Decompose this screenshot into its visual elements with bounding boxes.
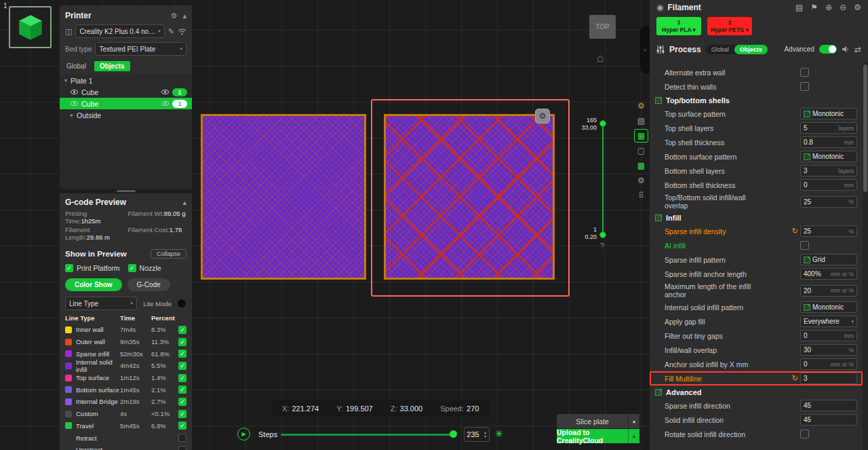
line-type-row[interactable]: Retract (65, 432, 186, 444)
line-type-row[interactable]: Top surface1m12s1.4%✓ (65, 372, 186, 384)
line-type-row[interactable]: Internal Bridge2m19s2.7%✓ (65, 396, 186, 408)
line-visibility-checkbox[interactable] (178, 434, 186, 442)
steps-slider[interactable] (281, 434, 453, 436)
setting-select[interactable]: Everywhere▾ (800, 316, 857, 327)
setting-input[interactable]: 3layers (800, 165, 857, 176)
wifi-icon[interactable] (178, 28, 186, 35)
spinner-arrows-icon[interactable]: ▴▾ (481, 430, 489, 438)
upload-button[interactable]: Upload to CrealityCloud (557, 429, 628, 443)
model-view-icon[interactable]: ▢ (634, 144, 648, 157)
checkbox-checked-icon[interactable]: ✓ (65, 264, 73, 272)
extruder-badge[interactable]: 1 (172, 100, 187, 108)
filament-chip[interactable]: 1Hyper PLA ▾ (656, 17, 701, 35)
model-cube-left[interactable] (201, 114, 366, 280)
visibility-icon[interactable] (71, 90, 78, 94)
grid-view-icon[interactable]: ▩ (634, 159, 648, 172)
panel-splitter[interactable] (60, 189, 192, 193)
setting-input[interactable]: 0mm or % (800, 358, 857, 370)
chevron-down-icon[interactable]: ▾ (64, 77, 67, 83)
preview-toggle[interactable]: ✓Print Platform (65, 264, 120, 272)
object-row[interactable]: Cube1 (60, 98, 192, 109)
setting-checkbox[interactable] (800, 82, 809, 91)
object-row[interactable]: Cube1 (60, 86, 192, 98)
settings-scrollbar[interactable] (863, 62, 868, 450)
layers-list-icon[interactable]: ▤ (634, 114, 648, 128)
steps-value[interactable]: 235 (465, 430, 481, 438)
tab-global[interactable]: Global (66, 62, 86, 70)
slice-plate-button[interactable]: Slice plate (557, 414, 628, 428)
line-visibility-checkbox[interactable]: ✓ (178, 326, 186, 334)
line-type-row[interactable]: Custom4s<0.1%✓ (65, 408, 186, 420)
line-type-row[interactable]: Outer wall9m35s11.3%✓ (65, 336, 186, 348)
visibility-icon[interactable] (161, 90, 169, 94)
slider-help-icon[interactable]: ? (600, 242, 604, 250)
setting-input[interactable]: 45 (800, 414, 857, 426)
setting-input[interactable]: 3 (800, 373, 857, 384)
home-view-icon[interactable]: ⌂ (597, 52, 604, 65)
layer-slider-track[interactable] (602, 124, 604, 235)
checkbox-checked-icon[interactable]: ✓ (128, 264, 136, 272)
layer-slider-bottom-handle[interactable] (599, 231, 606, 238)
setting-input[interactable]: 5layers (800, 122, 857, 134)
object-settings-gizmo-icon[interactable]: ⚙ (535, 109, 550, 124)
setting-input[interactable]: 30% (800, 344, 857, 356)
steps-slider-handle[interactable] (450, 430, 457, 438)
bed-type-select[interactable]: Textured PEI Plate▾ (95, 42, 186, 56)
extruder-badge[interactable]: 1 (172, 88, 187, 96)
line-visibility-checkbox[interactable]: ✓ (178, 374, 186, 382)
line-type-row[interactable]: Internal solid infill4m42s5.5%✓ (65, 360, 186, 372)
line-visibility-checkbox[interactable]: ✓ (178, 410, 186, 418)
setting-input[interactable]: 25% (800, 196, 857, 208)
line-visibility-checkbox[interactable]: ✓ (178, 398, 186, 406)
ams-icon[interactable]: ▤ (795, 3, 803, 12)
mute-icon[interactable] (842, 45, 850, 53)
line-type-select[interactable]: Line Type▾ (65, 297, 137, 310)
collapse-panel-icon[interactable]: ▴ (182, 198, 186, 207)
pattern-select[interactable]: Grid (800, 254, 857, 265)
setting-checkbox[interactable] (800, 68, 809, 77)
scrollbar-thumb[interactable] (863, 64, 867, 192)
process-tab-objects[interactable]: Objects (734, 45, 768, 54)
filament-flag-icon[interactable]: ⚑ (810, 3, 818, 12)
line-visibility-checkbox[interactable]: ✓ (178, 338, 186, 346)
setting-input[interactable]: 45 (800, 400, 857, 411)
filament-chip[interactable]: 2Hyper PETG ▾ (707, 17, 752, 35)
view-cube[interactable]: TOP (589, 15, 616, 39)
printer-settings-gear-icon[interactable]: ⚙ (171, 12, 178, 20)
line-type-row[interactable]: Bottom surface1m45s2.1%✓ (65, 383, 186, 396)
collapse-button[interactable]: Collapse (151, 249, 186, 259)
plate-thumbnail[interactable] (9, 6, 52, 48)
compare-settings-icon[interactable]: ⇄ (854, 45, 861, 54)
more-apps-icon[interactable]: ⠿ (634, 189, 648, 202)
gcode-button[interactable]: G-Code (127, 278, 170, 291)
setting-input[interactable]: 0mm (800, 179, 857, 191)
setting-input[interactable]: 25% (800, 225, 857, 237)
panel-collapse-handle[interactable]: › (640, 26, 650, 73)
setting-input[interactable]: 0.8mm (800, 136, 857, 148)
color-scheme-icon[interactable]: ▦ (634, 129, 648, 143)
setting-checkbox[interactable] (800, 430, 809, 438)
adaptive-layer-icon[interactable]: ⚙ (634, 99, 648, 113)
line-visibility-checkbox[interactable]: ✓ (178, 362, 186, 370)
pattern-select[interactable]: Monotonic (800, 108, 857, 119)
preview-toggle[interactable]: ✓Nozzle (128, 264, 161, 272)
advanced-toggle[interactable] (819, 45, 837, 54)
reset-to-default-icon[interactable]: ↻ (792, 374, 798, 383)
filament-settings-icon[interactable]: ⚙ (854, 3, 861, 12)
line-type-row[interactable]: Travel5m45s6.8%✓ (65, 420, 186, 432)
upload-options-caret-icon[interactable]: ▴ (628, 429, 639, 443)
setting-input[interactable]: 400%mm or % (800, 268, 857, 280)
play-animation-button[interactable]: ▶ (237, 428, 250, 440)
preview-quality-icon[interactable]: ✳ (495, 428, 503, 439)
line-type-row[interactable]: Unretract (65, 444, 186, 450)
collapse-panel-icon[interactable]: ▴ (182, 12, 186, 20)
tab-objects[interactable]: Objects (94, 61, 130, 71)
visibility-icon[interactable] (71, 101, 78, 106)
object-row[interactable]: ▸Outside (60, 109, 192, 121)
pattern-select[interactable]: Monotonic (800, 301, 857, 313)
line-visibility-checkbox[interactable] (178, 446, 186, 450)
lite-mode-toggle[interactable] (177, 299, 186, 308)
setting-checkbox[interactable] (800, 241, 809, 250)
slice-options-caret-icon[interactable]: ▴ (628, 414, 639, 428)
line-visibility-checkbox[interactable]: ✓ (178, 350, 186, 358)
